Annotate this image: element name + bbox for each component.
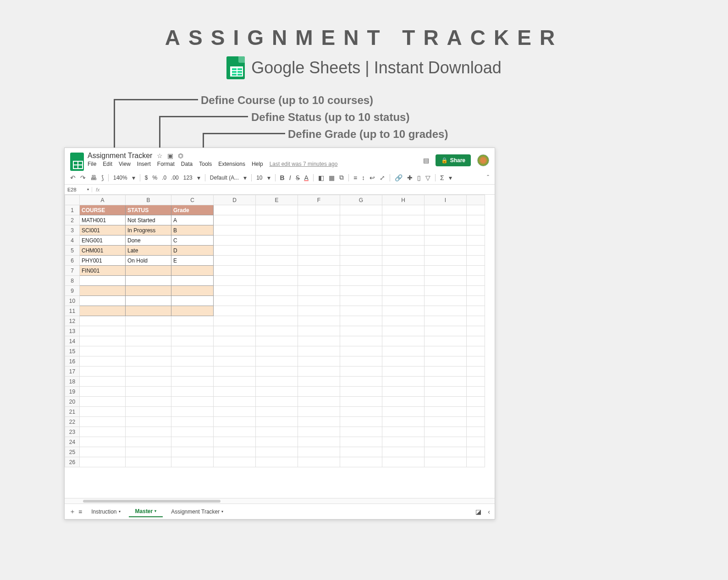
cell[interactable] (256, 447, 298, 457)
cell[interactable] (214, 417, 256, 427)
cell[interactable]: Late (126, 246, 171, 256)
row-header[interactable]: 18 (65, 377, 80, 387)
cell[interactable] (171, 356, 214, 367)
cell[interactable] (126, 417, 171, 427)
cell[interactable] (126, 397, 171, 407)
dec-decrease[interactable]: .0 (162, 175, 166, 181)
cell[interactable] (425, 336, 467, 346)
font-select[interactable]: Default (A... (210, 175, 239, 181)
cell[interactable] (126, 387, 171, 397)
cell[interactable] (382, 296, 425, 306)
cell[interactable] (382, 457, 425, 467)
menu-extensions[interactable]: Extensions (218, 161, 245, 167)
cell[interactable] (214, 235, 256, 246)
cell[interactable]: D (171, 246, 214, 256)
cell[interactable] (126, 377, 171, 387)
rotate-icon[interactable]: ⤢ (380, 174, 385, 181)
cell[interactable] (80, 296, 126, 306)
cell[interactable] (256, 266, 298, 276)
collapse-toolbar-icon[interactable]: ˆ (487, 174, 489, 181)
row-header[interactable]: 9 (65, 286, 80, 296)
cell[interactable] (382, 215, 425, 225)
cell[interactable] (425, 235, 467, 246)
cell[interactable] (298, 306, 340, 316)
cell[interactable]: STATUS (126, 205, 171, 215)
all-sheets-icon[interactable]: ≡ (78, 508, 82, 515)
cell[interactable] (214, 447, 256, 457)
cell[interactable] (80, 447, 126, 457)
cell[interactable] (298, 205, 340, 215)
cell[interactable] (382, 276, 425, 286)
cell[interactable] (340, 417, 382, 427)
paint-format-icon[interactable]: ⟆ (101, 174, 104, 181)
column-header[interactable]: A (80, 195, 126, 205)
row-header[interactable]: 4 (65, 235, 80, 246)
cell[interactable] (425, 326, 467, 336)
cell[interactable] (80, 387, 126, 397)
cell[interactable] (171, 437, 214, 447)
cell[interactable] (80, 276, 126, 286)
cell[interactable]: ENG001 (80, 235, 126, 246)
cell[interactable] (171, 377, 214, 387)
cell[interactable] (382, 397, 425, 407)
cell[interactable] (340, 276, 382, 286)
cell[interactable] (298, 447, 340, 457)
cell[interactable] (298, 276, 340, 286)
cell[interactable] (425, 266, 467, 276)
cell[interactable] (340, 427, 382, 437)
cell[interactable] (214, 356, 256, 367)
horizontal-scrollbar[interactable] (65, 498, 495, 503)
cell[interactable] (298, 377, 340, 387)
cell[interactable] (298, 437, 340, 447)
cell[interactable] (171, 397, 214, 407)
cell[interactable] (256, 215, 298, 225)
cell[interactable] (340, 316, 382, 326)
cell[interactable] (214, 256, 256, 266)
cell[interactable] (382, 246, 425, 256)
cell[interactable] (214, 457, 256, 467)
cell[interactable] (425, 407, 467, 417)
cell[interactable] (382, 256, 425, 266)
strike-icon[interactable]: S̶ (296, 174, 300, 181)
chart-icon[interactable]: ▯ (417, 174, 421, 181)
star-icon[interactable]: ☆ (157, 152, 163, 159)
cell[interactable]: SCI001 (80, 225, 126, 235)
column-header[interactable]: C (171, 195, 214, 205)
row-header[interactable]: 5 (65, 246, 80, 256)
cell[interactable] (126, 407, 171, 417)
cell[interactable] (80, 457, 126, 467)
cell[interactable] (340, 397, 382, 407)
column-header[interactable]: G (340, 195, 382, 205)
cell[interactable] (80, 286, 126, 296)
menu-data[interactable]: Data (181, 161, 193, 167)
cell[interactable] (126, 296, 171, 306)
comment-icon[interactable]: ✚ (407, 174, 413, 181)
cell[interactable] (256, 336, 298, 346)
explore-icon[interactable]: ◪ (475, 508, 481, 515)
row-header[interactable]: 14 (65, 336, 80, 346)
cell[interactable]: Grade (171, 205, 214, 215)
column-header[interactable]: B (126, 195, 171, 205)
font-size[interactable]: 10 (256, 175, 262, 181)
spreadsheet-grid[interactable]: ABCDEFGHI1COURSESTATUSGrade2MATH001Not S… (65, 195, 495, 498)
cell[interactable] (256, 417, 298, 427)
cell[interactable] (126, 367, 171, 377)
cell[interactable] (214, 336, 256, 346)
cell[interactable] (80, 377, 126, 387)
cell[interactable] (214, 296, 256, 306)
chevron-down-icon[interactable]: ▾ (243, 174, 247, 181)
cell[interactable] (80, 407, 126, 417)
cell[interactable] (298, 286, 340, 296)
cell[interactable] (382, 417, 425, 427)
cell[interactable] (425, 215, 467, 225)
cell[interactable] (382, 225, 425, 235)
cell[interactable] (382, 205, 425, 215)
cell[interactable] (425, 387, 467, 397)
row-header[interactable]: 24 (65, 437, 80, 447)
cell[interactable] (382, 306, 425, 316)
cell[interactable] (382, 356, 425, 367)
cell[interactable] (298, 235, 340, 246)
cell[interactable] (171, 417, 214, 427)
cell[interactable] (382, 387, 425, 397)
cell[interactable] (256, 367, 298, 377)
